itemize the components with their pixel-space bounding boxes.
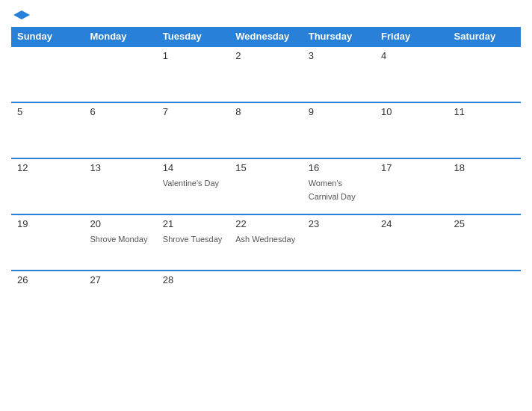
day-cell: 10 xyxy=(375,102,448,158)
logo xyxy=(11,7,30,21)
day-number: 12 xyxy=(17,162,78,173)
day-number: 8 xyxy=(235,106,296,117)
weekday-header-saturday: Saturday xyxy=(448,27,521,46)
day-cell: 8 xyxy=(229,102,302,158)
day-cell: 9 xyxy=(303,102,375,158)
day-number: 23 xyxy=(309,218,369,229)
day-cell: 28 xyxy=(157,271,229,327)
week-row-1: 567891011 xyxy=(11,102,521,158)
weekday-header-friday: Friday xyxy=(375,27,448,46)
holiday-label: Shrove Monday xyxy=(90,235,147,244)
holiday-label: Shrove Tuesday xyxy=(163,235,223,244)
weekday-header-sunday: Sunday xyxy=(11,27,84,46)
header xyxy=(11,7,521,21)
holiday-label: Ash Wednesday xyxy=(235,235,295,244)
weekday-header-tuesday: Tuesday xyxy=(157,27,229,46)
calendar-page: SundayMondayTuesdayWednesdayThursdayFrid… xyxy=(0,0,532,411)
logo-flag-icon xyxy=(13,9,30,21)
day-cell xyxy=(229,271,302,327)
day-cell xyxy=(448,46,521,102)
day-number: 10 xyxy=(381,106,442,117)
day-cell: 26 xyxy=(11,271,84,327)
day-number: 19 xyxy=(17,218,78,229)
week-row-3: 1920Shrove Monday21Shrove Tuesday22Ash W… xyxy=(11,214,521,271)
day-number: 5 xyxy=(17,106,78,117)
day-cell: 7 xyxy=(157,102,229,158)
day-cell: 19 xyxy=(11,214,84,271)
day-number: 24 xyxy=(381,218,442,229)
week-row-0: 1234 xyxy=(11,46,521,102)
day-number: 27 xyxy=(90,274,150,285)
day-cell: 15 xyxy=(229,158,302,214)
day-cell: 2 xyxy=(229,46,302,102)
day-cell: 21Shrove Tuesday xyxy=(157,214,229,271)
day-cell xyxy=(375,271,448,327)
day-number: 18 xyxy=(454,162,515,173)
day-cell: 1 xyxy=(157,46,229,102)
day-number: 26 xyxy=(17,274,78,285)
day-number: 25 xyxy=(454,218,515,229)
day-cell: 6 xyxy=(84,102,156,158)
day-number: 3 xyxy=(309,50,369,61)
day-cell: 14Valentine's Day xyxy=(157,158,229,214)
day-number: 9 xyxy=(309,106,369,117)
day-cell: 13 xyxy=(84,158,156,214)
day-number: 20 xyxy=(90,218,150,229)
day-cell: 4 xyxy=(375,46,448,102)
day-cell xyxy=(448,271,521,327)
day-number: 7 xyxy=(163,106,223,117)
day-cell: 16Women's Carnival Day xyxy=(303,158,375,214)
weekday-header-thursday: Thursday xyxy=(303,27,375,46)
day-cell: 11 xyxy=(448,102,521,158)
week-row-4: 262728 xyxy=(11,271,521,327)
day-cell: 27 xyxy=(84,271,156,327)
calendar-table: SundayMondayTuesdayWednesdayThursdayFrid… xyxy=(11,27,521,327)
day-number: 22 xyxy=(235,218,296,229)
day-number: 21 xyxy=(163,218,223,229)
day-cell xyxy=(11,46,84,102)
day-number: 4 xyxy=(381,50,442,61)
weekday-header-row: SundayMondayTuesdayWednesdayThursdayFrid… xyxy=(11,27,521,46)
day-cell: 23 xyxy=(303,214,375,271)
holiday-label: Valentine's Day xyxy=(163,179,219,188)
day-cell: 20Shrove Monday xyxy=(84,214,156,271)
day-number: 1 xyxy=(163,50,223,61)
day-cell: 18 xyxy=(448,158,521,214)
weekday-header-wednesday: Wednesday xyxy=(229,27,302,46)
day-cell: 17 xyxy=(375,158,448,214)
day-cell xyxy=(84,46,156,102)
week-row-2: 121314Valentine's Day1516Women's Carniva… xyxy=(11,158,521,214)
day-cell: 5 xyxy=(11,102,84,158)
day-cell xyxy=(303,271,375,327)
day-number: 16 xyxy=(309,162,369,173)
day-cell: 22Ash Wednesday xyxy=(229,214,302,271)
day-cell: 25 xyxy=(448,214,521,271)
day-cell: 3 xyxy=(303,46,375,102)
day-number: 14 xyxy=(163,162,223,173)
day-number: 28 xyxy=(163,274,223,285)
day-number: 2 xyxy=(235,50,296,61)
day-number: 6 xyxy=(90,106,150,117)
day-number: 13 xyxy=(90,162,150,173)
day-cell: 12 xyxy=(11,158,84,214)
day-number: 15 xyxy=(235,162,296,173)
holiday-label: Women's Carnival Day xyxy=(309,179,356,201)
day-number: 11 xyxy=(454,106,515,117)
day-cell: 24 xyxy=(375,214,448,271)
weekday-header-monday: Monday xyxy=(84,27,156,46)
day-number: 17 xyxy=(381,162,442,173)
